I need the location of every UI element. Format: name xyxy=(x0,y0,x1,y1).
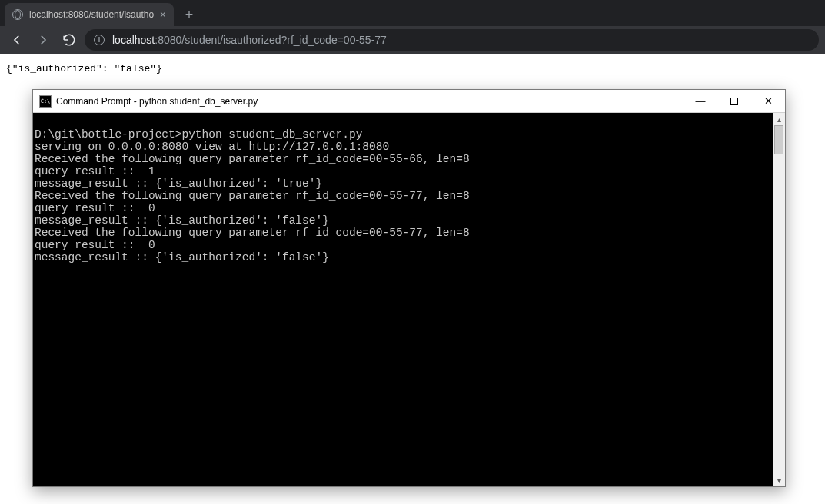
maximize-button[interactable] xyxy=(717,90,751,112)
cmd-icon: C:\ xyxy=(39,95,52,108)
scroll-down-button[interactable]: ▾ xyxy=(773,474,785,486)
url-path: /student/isauthorized?rf_id_code=00-55-7… xyxy=(181,34,387,46)
forward-button[interactable] xyxy=(32,29,54,51)
cmd-title: Command Prompt - python student_db_serve… xyxy=(56,96,684,107)
url-port: :8080 xyxy=(155,34,181,46)
url-text: localhost:8080/student/isauthorized?rf_i… xyxy=(112,34,387,46)
terminal-output[interactable]: D:\git\bottle-project>python student_db_… xyxy=(33,113,773,486)
globe-icon xyxy=(12,9,23,20)
url-host: localhost xyxy=(112,34,155,46)
response-text: {"is_authorized": "false"} xyxy=(6,63,162,75)
scrollbar: ▴ ▾ xyxy=(773,113,785,486)
page-body: {"is_authorized": "false"} xyxy=(0,54,825,84)
tab-title: localhost:8080/student/isauthori xyxy=(29,9,154,20)
cmd-body-wrap: D:\git\bottle-project>python student_db_… xyxy=(33,113,785,486)
minimize-button[interactable]: — xyxy=(684,90,717,112)
close-button[interactable]: ✕ xyxy=(751,90,785,112)
new-tab-button[interactable]: + xyxy=(178,4,200,25)
browser-tab[interactable]: localhost:8080/student/isauthori × xyxy=(5,3,174,26)
scroll-track[interactable] xyxy=(773,125,785,474)
browser-chrome: localhost:8080/student/isauthori × + i l… xyxy=(0,0,825,54)
back-button[interactable] xyxy=(6,29,28,51)
scroll-up-button[interactable]: ▴ xyxy=(773,113,785,125)
reload-button[interactable] xyxy=(58,29,80,51)
command-prompt-window: C:\ Command Prompt - python student_db_s… xyxy=(32,89,786,487)
window-controls: — ✕ xyxy=(684,90,785,112)
tab-bar: localhost:8080/student/isauthori × + xyxy=(0,0,825,26)
scroll-thumb[interactable] xyxy=(774,125,783,154)
cmd-title-bar[interactable]: C:\ Command Prompt - python student_db_s… xyxy=(33,90,785,113)
tab-close-icon[interactable]: × xyxy=(160,8,166,21)
site-info-icon[interactable]: i xyxy=(94,35,105,45)
nav-bar: i localhost:8080/student/isauthorized?rf… xyxy=(0,26,825,54)
address-bar[interactable]: i localhost:8080/student/isauthorized?rf… xyxy=(85,29,819,51)
